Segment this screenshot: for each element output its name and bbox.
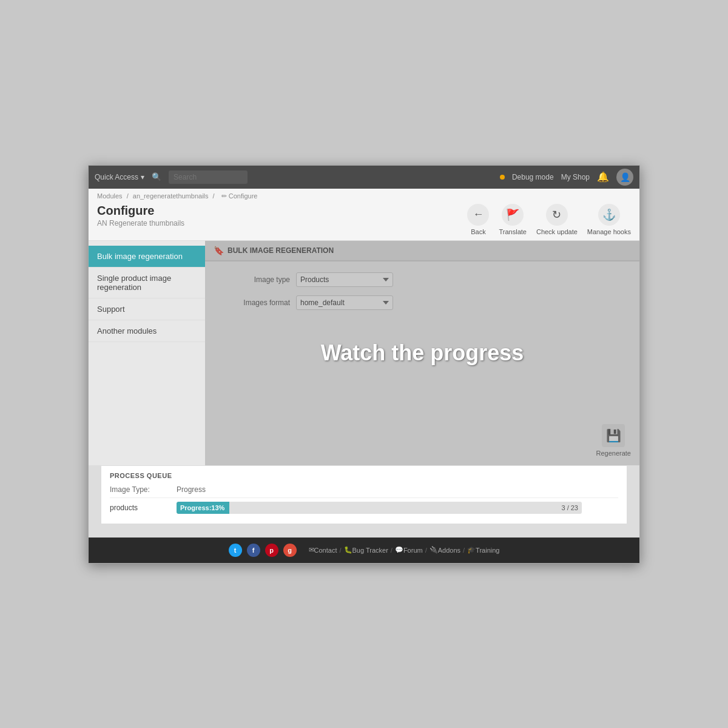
footer-contact[interactable]: Contact	[314, 547, 337, 554]
section-header: 🔖 BULK IMAGE REGENERATION	[205, 241, 639, 261]
sidebar-item-support-label: Support	[97, 305, 125, 314]
page-title: Configure AN Regenerate thumbnails	[97, 204, 184, 228]
progress-label: Progress:13%	[180, 504, 224, 511]
footer: t f p g ✉ Contact / 🐛 Bug Tracker / 💬 Fo…	[89, 538, 639, 563]
title-bar: Modules / an_regeneratethumbnails / ✏ Co…	[89, 189, 639, 241]
search-input[interactable]	[169, 170, 248, 184]
search-icon: 🔍	[152, 172, 161, 181]
refresh-icon: ↻	[546, 204, 568, 226]
google-icon[interactable]: g	[283, 544, 297, 557]
shop-label[interactable]: My Shop	[561, 173, 590, 181]
debug-dot	[500, 175, 505, 180]
col-image-type: Image Type:	[110, 485, 177, 498]
footer-icon-bugtracker: 🐛	[344, 546, 352, 554]
progress-bar-fill: Progress:13%	[177, 502, 229, 514]
process-queue: PROCESS QUEUE Image Type: Progress produ…	[101, 465, 627, 524]
main-area-wrapper: Bulk image regeneration Single product i…	[89, 241, 639, 538]
footer-bugtracker[interactable]: Bug Tracker	[352, 547, 388, 554]
back-icon: ←	[467, 204, 489, 226]
check-update-button[interactable]: ↻ Check update	[536, 204, 578, 235]
back-label: Back	[471, 228, 485, 235]
watch-progress-text: Watch the progress	[321, 340, 524, 366]
sidebar-item-bulk[interactable]: Bulk image regeneration	[89, 246, 205, 268]
top-nav: Quick Access ▾ 🔍 Debug mode My Shop 🔔 👤	[89, 166, 639, 189]
sidebar: Bulk image regeneration Single product i…	[89, 241, 205, 465]
form-area: Image type Products Categories Manufactu…	[205, 261, 639, 329]
row-progress-cell: Progress:13% 3 / 23	[177, 497, 582, 517]
footer-social: t f p g	[229, 544, 297, 557]
regen-btn-area: 💾 Regenerate	[596, 424, 632, 457]
images-format-label: Images format	[217, 298, 290, 307]
footer-training[interactable]: Training	[476, 547, 499, 554]
translate-icon: 🚩	[502, 204, 524, 226]
quick-access-button[interactable]: Quick Access ▾	[95, 173, 144, 181]
footer-icon-contact: ✉	[309, 546, 314, 554]
footer-links: ✉ Contact / 🐛 Bug Tracker / 💬 Forum / 🔌 …	[309, 546, 500, 554]
process-queue-title: PROCESS QUEUE	[110, 472, 618, 479]
images-format-select[interactable]: home_default large_default medium_defaul…	[296, 295, 393, 310]
anchor-icon: ⚓	[598, 204, 620, 226]
twitter-icon[interactable]: t	[229, 544, 242, 557]
sidebar-item-modules[interactable]: Another modules	[89, 320, 205, 342]
main-area: Bulk image regeneration Single product i…	[89, 241, 639, 465]
user-avatar[interactable]: 👤	[616, 169, 633, 186]
col-count	[582, 485, 618, 498]
manage-hooks-button[interactable]: ⚓ Manage hooks	[587, 204, 631, 235]
footer-icon-addons: 🔌	[430, 546, 438, 554]
sidebar-item-modules-label: Another modules	[97, 326, 157, 335]
process-queue-wrapper: PROCESS QUEUE Image Type: Progress produ…	[89, 465, 639, 538]
image-type-label: Image type	[217, 275, 290, 284]
images-format-row: Images format home_default large_default…	[217, 295, 627, 310]
regenerate-label: Regenerate	[596, 450, 632, 457]
dropdown-icon: ▾	[141, 173, 144, 181]
queue-row: products Progress:13% 3 / 23	[110, 497, 618, 517]
regenerate-button[interactable]: 💾 Regenerate	[596, 424, 632, 457]
browser-window: Quick Access ▾ 🔍 Debug mode My Shop 🔔 👤 …	[88, 165, 640, 564]
footer-addons[interactable]: Addons	[438, 547, 460, 554]
sidebar-item-bulk-label: Bulk image regeneration	[97, 252, 183, 261]
bell-icon[interactable]: 🔔	[597, 171, 609, 183]
content-panel: 🔖 BULK IMAGE REGENERATION Image type Pro…	[205, 241, 639, 465]
page-title-text: Configure	[97, 204, 184, 218]
facebook-icon[interactable]: f	[247, 544, 260, 557]
quick-access-label: Quick Access	[95, 173, 138, 181]
section-title: BULK IMAGE REGENERATION	[228, 246, 334, 255]
bookmark-icon: 🔖	[214, 246, 224, 255]
save-icon: 💾	[602, 424, 625, 447]
sidebar-item-single-label: Single product image regeneration	[97, 274, 171, 292]
progress-bar-container: Progress:13% 3 / 23	[177, 502, 582, 514]
footer-icon-training: 🎓	[467, 546, 476, 554]
image-type-row: Image type Products Categories Manufactu…	[217, 272, 627, 287]
breadcrumb-configure: ✏ Configure	[221, 192, 258, 200]
row-count	[582, 497, 618, 517]
pinterest-icon[interactable]: p	[265, 544, 278, 557]
page-subtitle: AN Regenerate thumbnails	[97, 219, 184, 228]
action-buttons: ← Back 🚩 Translate ↻ Check update ⚓ Mana…	[467, 204, 631, 235]
back-button[interactable]: ← Back	[467, 204, 489, 235]
col-progress: Progress	[177, 485, 582, 498]
image-type-select[interactable]: Products Categories Manufacturers	[296, 272, 393, 287]
translate-button[interactable]: 🚩 Translate	[499, 204, 526, 235]
row-image-type: products	[110, 497, 177, 517]
debug-label: Debug mode	[512, 173, 554, 181]
queue-table: Image Type: Progress products Progress	[110, 485, 618, 517]
sidebar-item-single[interactable]: Single product image regeneration	[89, 268, 205, 298]
nav-left: Quick Access ▾ 🔍	[95, 170, 500, 184]
translate-label: Translate	[499, 228, 526, 235]
check-update-label: Check update	[536, 228, 578, 235]
footer-icon-forum: 💬	[395, 546, 403, 554]
sidebar-item-support[interactable]: Support	[89, 298, 205, 320]
nav-right: Debug mode My Shop 🔔 👤	[500, 169, 633, 186]
progress-count: 3 / 23	[561, 504, 578, 511]
breadcrumb-module-name[interactable]: an_regeneratethumbnails	[133, 192, 209, 200]
title-row: Configure AN Regenerate thumbnails ← Bac…	[97, 204, 631, 240]
breadcrumb-modules[interactable]: Modules	[97, 192, 123, 200]
breadcrumb: Modules / an_regeneratethumbnails / ✏ Co…	[97, 192, 631, 200]
footer-forum[interactable]: Forum	[403, 547, 423, 554]
manage-hooks-label: Manage hooks	[587, 228, 631, 235]
